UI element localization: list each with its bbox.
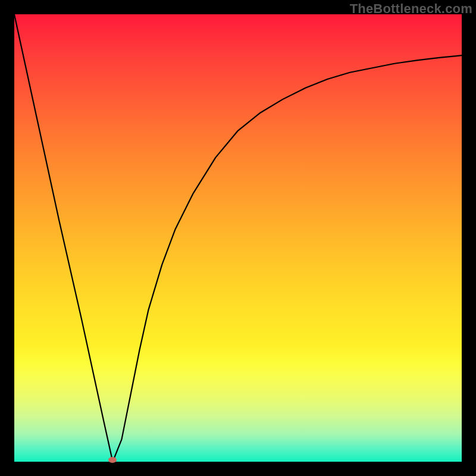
curve-vertex-marker xyxy=(108,457,117,463)
plot-area xyxy=(14,14,462,462)
bottleneck-curve xyxy=(14,14,462,462)
